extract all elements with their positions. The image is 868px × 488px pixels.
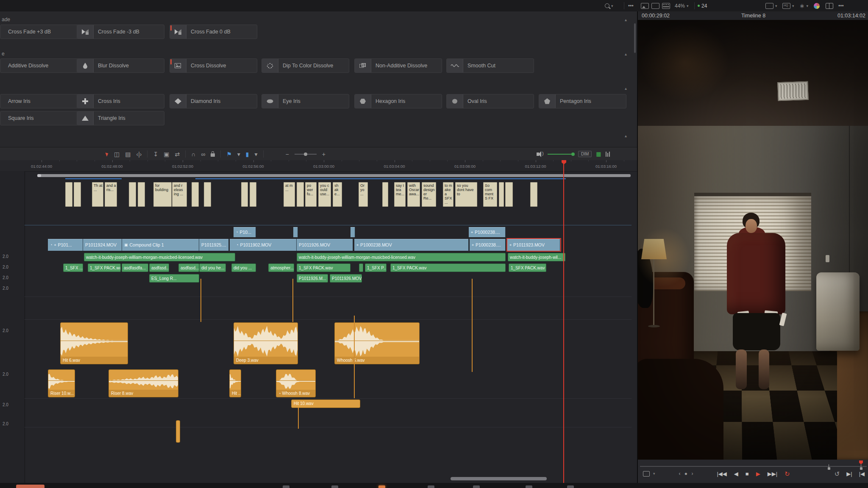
panel-scrollbar[interactable] [634,23,636,53]
audio-clip[interactable]: 1_SFX PACK.wav [509,263,546,272]
in-point-marker[interactable] [828,467,830,470]
transition-tile-square-iris[interactable]: Square Iris [0,111,88,125]
section-collapse-icon[interactable]: ▴ [625,17,627,22]
section-collapse-icon[interactable]: ▴ [625,52,627,56]
subtitle-clip[interactable]: Or yo ... [359,182,368,207]
link-selection-icon[interactable]: ∞ [201,151,205,157]
audio-clip[interactable]: P1011926.MOV [330,274,362,283]
video-clip[interactable]: ⌖P1011923.MOV [507,239,560,251]
sfx-audio-clip[interactable]: ◔Whoosh 8.wav [276,369,316,397]
subtitle-clip[interactable]: and a ris... [105,182,117,207]
transition-tile-eye-iris[interactable]: Eye Iris [262,94,349,108]
audio-clip[interactable]: 1_SFX PACK.wav [88,263,121,272]
timeline-ruler[interactable]: 01:02:44:0001:02:48:0001:02:52:0001:02:5… [0,160,637,172]
page-nav-icon[interactable] [331,485,338,488]
sfx-audio-clip[interactable]: Riser 10.w... [48,369,75,397]
timeline-options-menu[interactable]: ••• [628,0,634,11]
audio-clip[interactable]: 1_SFX P... [365,263,387,272]
video-clip[interactable] [293,227,298,237]
transition-tile-diamond-iris[interactable]: Diamond Iris [170,94,257,108]
audio-clip[interactable]: did you ... [231,263,256,272]
subtitle-clip[interactable]: so you dont have to [455,182,477,207]
proxy-quality-button[interactable]: ▾ [782,0,794,11]
speaker-icon[interactable] [537,152,539,156]
grab-still-button[interactable] [651,0,659,11]
video-clip[interactable]: ◔P1011902.MOV [234,239,297,251]
first-frame-button[interactable]: |◀◀ [717,471,726,477]
mixer-icon[interactable] [606,152,610,157]
subtitle-clip[interactable] [204,182,211,207]
audio-meter-icon[interactable]: ▦ [596,151,601,157]
subtitle-clip[interactable] [129,182,136,207]
subtitle-clip[interactable] [192,182,199,207]
transition-tile-triangle-iris[interactable]: Triangle Iris [77,111,164,125]
dual-viewer-button[interactable] [826,0,833,11]
transition-tile-dip-to-color-dissolve[interactable]: Dip To Color Dissolve [262,58,349,73]
video-clip[interactable]: ▣Compound Clip 1 [122,239,199,251]
sfx-audio-clip[interactable]: Hit ... [229,369,241,397]
audio-clip[interactable]: asdfasdfa... [122,263,148,272]
zoom-in-icon[interactable]: + [322,151,326,157]
zoom-slider-icon[interactable] [295,154,317,155]
audio-clip[interactable]: atmospher... [268,263,294,272]
replace-clip-icon[interactable]: ⇄ [175,151,180,157]
transition-tile-hexagon-iris[interactable]: Hexagon Iris [354,94,442,108]
snapping-icon[interactable]: ∩ [191,151,195,157]
section-collapse-icon[interactable]: ▴ [625,86,627,91]
transition-tile-arrow-iris[interactable]: Arrow Iris [0,94,88,108]
video-clip[interactable]: ⌖P1000238.... [470,239,506,251]
step-forward-button[interactable]: ▶▶| [768,471,777,477]
subtitle-clip[interactable]: say I tea me... [394,182,406,207]
transition-tile-non-additive-dissolve[interactable]: Non-Additive Dissolve [354,58,442,73]
audio-clip[interactable]: P1011926.M... [297,274,328,283]
scrub-playhead-marker[interactable] [859,460,863,464]
flag-icon[interactable]: ⚑ [226,151,232,157]
previous-edit-button[interactable]: |◀ [859,471,865,477]
page-nav-icon[interactable] [283,485,289,488]
transition-tile-cross-fade-0-db[interactable]: Cross Fade 0 dB [170,25,257,39]
video-clip[interactable]: ⌖P1000238.... [469,227,506,237]
subtitle-clip[interactable] [297,182,304,207]
sfx-audio-clip[interactable]: Deep 3.wav [234,322,298,364]
zoom-out-icon[interactable]: − [286,151,289,157]
enhance-button[interactable]: ∗▾ [799,0,808,11]
viewer-zoom-control[interactable]: 44%▾ [675,0,689,11]
position-lock-icon[interactable] [211,151,215,157]
video-clip[interactable]: P1011925.... [199,239,229,251]
subtitle-clip[interactable] [138,182,145,207]
timeline-name[interactable]: Timeline 8 [741,13,765,19]
play-button[interactable]: ▶ [756,471,760,477]
subtitle-clip[interactable] [382,182,388,207]
trim-edit-mode-icon[interactable]: ◫ [114,151,120,157]
next-edit-button[interactable]: ▶| [846,471,852,477]
video-clip[interactable]: P1011924.MOV [83,239,122,251]
transition-tile-cross-fade-3-db[interactable]: Cross Fade -3 dB [77,25,164,39]
sfx-audio-clip[interactable]: Hit 10.wav [291,399,360,408]
page-nav-icon[interactable] [526,485,532,488]
subtitle-clip[interactable]: with Oscar awa... [407,182,420,207]
subtitle-clip[interactable] [250,182,256,207]
volume-slider[interactable] [548,154,574,155]
transition-tile-additive-dissolve[interactable]: Additive Dissolve [0,58,88,73]
subtitle-clip[interactable]: to m ake a SFX... [443,182,453,207]
sfx-audio-clip[interactable]: Hit 6.wav [60,322,128,364]
selection-tool-icon[interactable] [106,152,108,156]
page-nav-icon[interactable] [378,485,385,488]
sfx-audio-clip[interactable]: Riser 8.wav [108,369,178,397]
overwrite-clip-icon[interactable]: ▣ [164,151,169,157]
timeline-zoom-scrollbar[interactable] [37,174,631,177]
sfx-audio-clip[interactable]: Whoosh 5.wav [334,322,420,364]
chevron-down-icon[interactable]: ▾ [653,471,655,476]
audio-clip[interactable]: 1_SFX ... [63,263,83,272]
transition-tile-cross-dissolve[interactable]: Cross Dissolve [170,58,257,73]
color-button[interactable] [814,0,820,11]
subtitle-clip[interactable]: Th at ... [92,182,103,207]
subtitle-clip[interactable]: for building [153,182,172,207]
audio-clip[interactable]: asdfasd... [178,263,199,272]
horizontal-scrollbar[interactable] [451,477,547,480]
video-clip[interactable]: P1011926.MOV [297,239,353,251]
audio-clip[interactable]: watch-it-buddy-joseph-william-morgan-mus… [297,253,506,261]
subtitle-clip[interactable] [499,182,504,207]
audio-clip[interactable]: ES_Long R... [149,274,199,283]
audio-clip[interactable] [359,263,363,272]
